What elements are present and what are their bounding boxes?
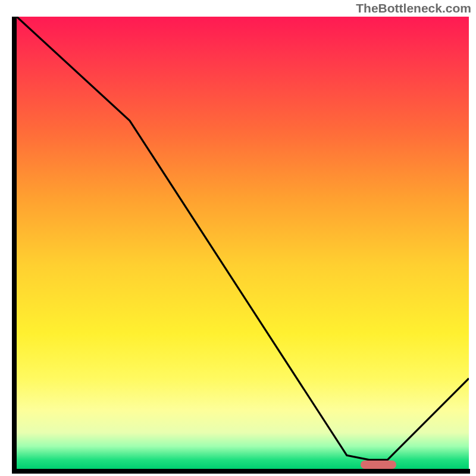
x-axis [12, 469, 470, 474]
y-axis [12, 17, 17, 470]
bottleneck-curve [17, 17, 469, 460]
chart-svg [17, 17, 469, 469]
chart-container: TheBottleneck.com [0, 0, 476, 476]
optimal-range-marker [361, 461, 397, 469]
watermark-text: TheBottleneck.com [356, 1, 471, 15]
